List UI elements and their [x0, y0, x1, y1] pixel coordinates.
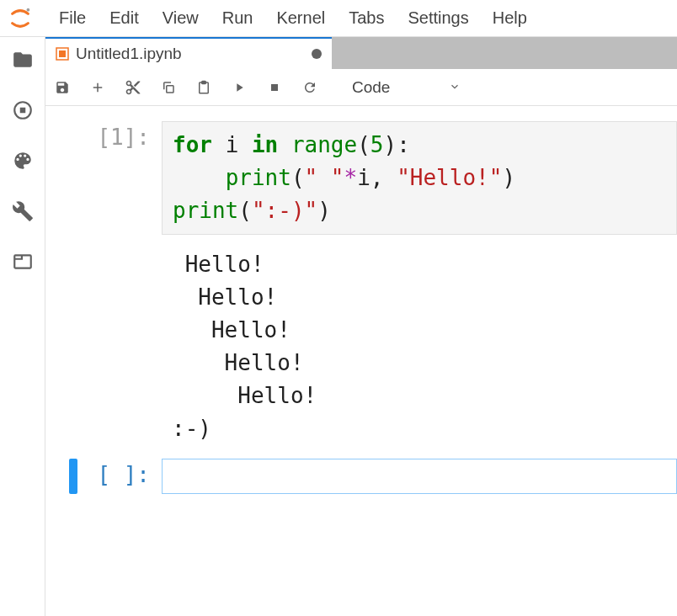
- save-icon[interactable]: [54, 79, 71, 96]
- code-cell[interactable]: [1]:for i in range(5): print(" "*i, "Hel…: [45, 118, 677, 238]
- menu-file[interactable]: File: [47, 3, 98, 33]
- menu-run[interactable]: Run: [211, 3, 265, 33]
- palette-icon[interactable]: [12, 150, 34, 172]
- cut-icon[interactable]: [125, 79, 141, 96]
- code-input[interactable]: for i in range(5): print(" "*i, "Hello!"…: [162, 121, 677, 235]
- run-icon[interactable]: [231, 79, 248, 96]
- svg-rect-9: [271, 84, 278, 91]
- svg-rect-6: [167, 85, 173, 92]
- menu-tabs[interactable]: Tabs: [337, 3, 396, 33]
- menubar: FileEditViewRunKernelTabsSettingsHelp: [0, 0, 677, 37]
- svg-point-0: [27, 8, 30, 11]
- celltype-dropdown[interactable]: Code: [352, 78, 461, 97]
- stop-icon[interactable]: [266, 79, 283, 96]
- notebook-area: [1]:for i in range(5): print(" "*i, "Hel…: [45, 106, 677, 616]
- menu-kernel[interactable]: Kernel: [264, 3, 337, 33]
- code-cell[interactable]: [ ]:: [45, 455, 677, 497]
- notebook-tab[interactable]: Untitled1.ipynb: [45, 37, 332, 69]
- cell-output-row: Hello! Hello! Hello! Hello! Hello! :-): [45, 238, 677, 455]
- chevron-down-icon: [449, 78, 461, 97]
- paste-icon[interactable]: [195, 79, 212, 96]
- svg-rect-5: [59, 50, 66, 57]
- cell-prompt: [1]:: [86, 121, 162, 235]
- celltype-label: Code: [352, 78, 390, 97]
- svg-rect-8: [202, 81, 206, 83]
- notebook-icon: [56, 47, 69, 61]
- restart-icon[interactable]: [301, 79, 318, 96]
- jupyter-logo: [7, 5, 34, 32]
- menu-help[interactable]: Help: [481, 3, 539, 33]
- svg-rect-2: [19, 108, 25, 114]
- tab-bar: Untitled1.ipynb: [45, 37, 677, 69]
- tabs-icon[interactable]: [12, 251, 34, 273]
- tab-title: Untitled1.ipynb: [76, 45, 305, 63]
- add-icon[interactable]: [89, 79, 106, 96]
- copy-icon[interactable]: [160, 79, 177, 96]
- menu-view[interactable]: View: [151, 3, 211, 33]
- left-sidebar: [0, 37, 45, 616]
- code-input[interactable]: [162, 459, 677, 494]
- running-icon[interactable]: [12, 99, 34, 121]
- cell-prompt: [ ]:: [86, 459, 162, 494]
- menu-settings[interactable]: Settings: [396, 3, 480, 33]
- cell-output: Hello! Hello! Hello! Hello! Hello! :-): [162, 242, 677, 452]
- active-cell-indicator: [69, 459, 77, 494]
- dirty-indicator-icon: [312, 49, 322, 59]
- menu-edit[interactable]: Edit: [98, 3, 150, 33]
- wrench-icon[interactable]: [12, 200, 34, 222]
- main-panel: Untitled1.ipynb: [45, 37, 677, 616]
- folder-icon[interactable]: [12, 49, 34, 71]
- notebook-toolbar: Code: [45, 69, 677, 106]
